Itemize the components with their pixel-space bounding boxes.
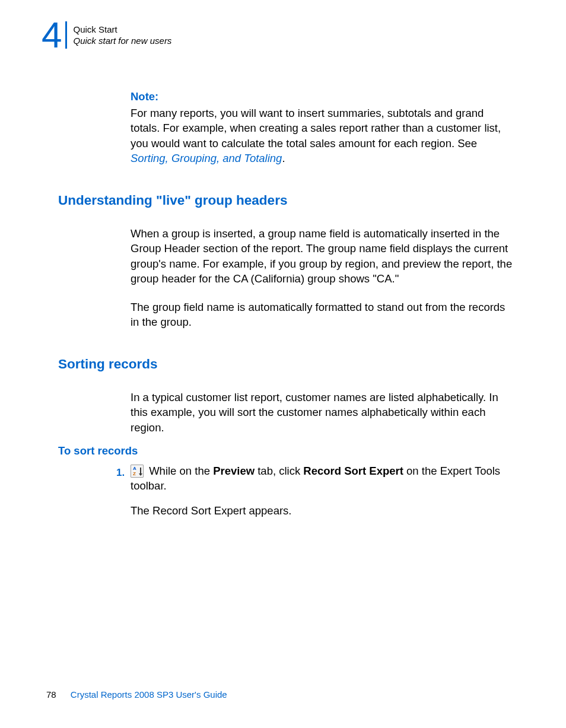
step-bold-record-sort-expert: Record Sort Expert xyxy=(303,465,403,477)
spacer xyxy=(131,494,516,503)
main-content: Note: For many reports, you will want to… xyxy=(0,89,566,518)
paragraph: The group field name is automatically fo… xyxy=(131,300,516,330)
paragraph: When a group is inserted, a group name f… xyxy=(131,226,516,287)
step-text: While on the xyxy=(146,465,213,477)
page: 4 Quick Start Quick start for new users … xyxy=(0,0,566,728)
header-text-block: Quick Start Quick start for new users xyxy=(73,24,171,47)
heading-understanding-live-group-headers: Understanding "live" group headers xyxy=(58,191,516,209)
step-result: The Record Sort Expert appears. xyxy=(131,503,516,519)
note-body: For many reports, you will want to inser… xyxy=(131,106,516,166)
header-rule xyxy=(65,21,67,49)
chapter-number: 4 xyxy=(42,17,62,53)
footer-doc-title: Crystal Reports 2008 SP3 User's Guide xyxy=(71,689,227,700)
page-footer: 78 Crystal Reports 2008 SP3 User's Guide xyxy=(46,689,227,700)
step-line-1: While on the Preview tab, click Record S… xyxy=(131,463,516,494)
step-bold-preview: Preview xyxy=(213,465,255,477)
step-number: 1. xyxy=(116,463,131,479)
note-text-pre: For many reports, you will want to inser… xyxy=(131,107,501,150)
step-text: tab, click xyxy=(255,465,303,477)
footer-page-number: 78 xyxy=(46,689,56,700)
header-line-1: Quick Start xyxy=(73,24,171,36)
note-text-post: . xyxy=(282,152,285,164)
step-1: 1. While on the Preview tab, click Recor… xyxy=(131,463,516,519)
header-line-2: Quick start for new users xyxy=(73,35,171,47)
note-label: Note: xyxy=(131,89,516,104)
down-arrow-icon xyxy=(140,468,141,474)
paragraph: In a typical customer list report, custo… xyxy=(131,390,516,435)
note-link[interactable]: Sorting, Grouping, and Totaling xyxy=(131,152,282,164)
running-header: 4 Quick Start Quick start for new users xyxy=(0,17,566,53)
heading-sorting-records: Sorting records xyxy=(58,355,516,373)
subheading-to-sort-records: To sort records xyxy=(58,443,516,459)
sort-az-icon xyxy=(131,465,144,478)
step-body: While on the Preview tab, click Record S… xyxy=(131,463,516,519)
